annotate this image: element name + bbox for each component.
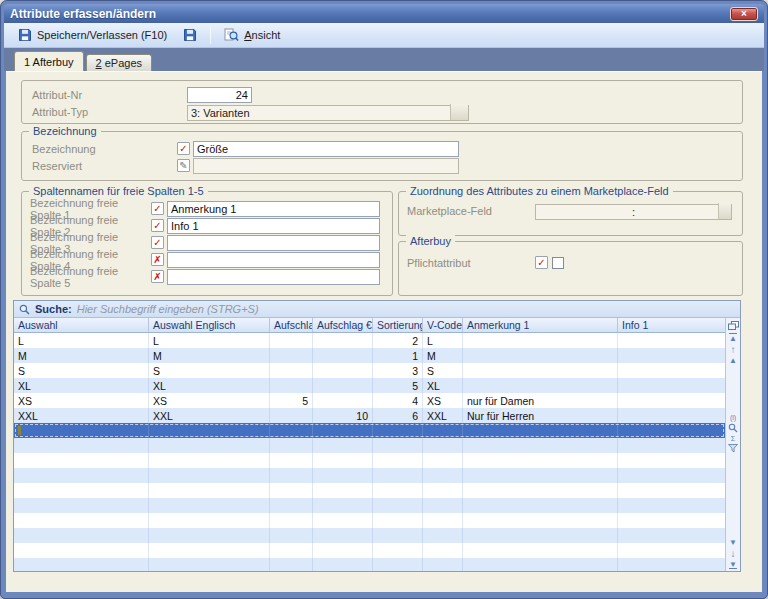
grid-cell[interactable] xyxy=(618,528,725,543)
grid-cell[interactable]: XS xyxy=(423,393,463,408)
grid-cell[interactable]: M xyxy=(149,348,270,363)
grid-cell[interactable] xyxy=(149,513,270,528)
grid-cell[interactable]: XS xyxy=(14,393,149,408)
grid-cell[interactable] xyxy=(463,543,618,558)
grid-cell[interactable] xyxy=(270,468,313,483)
grid-cell[interactable] xyxy=(270,438,313,453)
grid-cell[interactable] xyxy=(618,363,725,378)
grid-cell[interactable] xyxy=(149,423,270,438)
spalte-1-input[interactable] xyxy=(167,201,380,217)
grid-cell[interactable] xyxy=(463,423,618,438)
grid-cell[interactable] xyxy=(373,543,423,558)
last-row-icon[interactable]: ▼ xyxy=(728,559,739,570)
grid-cell[interactable] xyxy=(373,528,423,543)
grid-cell[interactable] xyxy=(14,513,149,528)
grid-cell[interactable] xyxy=(270,498,313,513)
grid-cell[interactable] xyxy=(463,348,618,363)
next-row-icon[interactable]: ▼ xyxy=(728,537,739,548)
grid-cell[interactable] xyxy=(270,513,313,528)
grid-cell[interactable]: L xyxy=(149,333,270,348)
save-exit-button[interactable]: Speichern/Verlassen (F10) xyxy=(12,25,173,45)
grid-cell[interactable]: M xyxy=(423,348,463,363)
grid-row[interactable]: LL2L xyxy=(14,333,725,348)
grid-cell[interactable] xyxy=(270,333,313,348)
grid-cell[interactable] xyxy=(149,483,270,498)
tab-epages[interactable]: 2 ePages xyxy=(86,54,153,71)
reserviert-input[interactable] xyxy=(193,158,459,174)
grid-cell[interactable] xyxy=(618,468,725,483)
grid-cell[interactable] xyxy=(373,468,423,483)
grid-cell[interactable] xyxy=(14,453,149,468)
grid-cell[interactable] xyxy=(373,513,423,528)
grid-cell[interactable] xyxy=(313,348,373,363)
grid-cell[interactable] xyxy=(14,543,149,558)
grid-cell[interactable] xyxy=(618,348,725,363)
grid-row[interactable] xyxy=(14,513,725,528)
grid-cell[interactable] xyxy=(463,558,618,571)
grid-cell[interactable] xyxy=(618,438,725,453)
grid-cell[interactable] xyxy=(463,528,618,543)
grid-column-header[interactable]: Anmerkung 1 xyxy=(463,318,618,332)
pflichtattribut-checkbox[interactable] xyxy=(552,257,564,269)
attribut-nr-input[interactable] xyxy=(187,87,252,103)
grid-cell[interactable]: XL xyxy=(149,378,270,393)
attribut-typ-select[interactable] xyxy=(187,105,469,121)
grid-cell[interactable] xyxy=(313,423,373,438)
grid-row[interactable]: SS3S xyxy=(14,363,725,378)
grid-cell[interactable] xyxy=(313,528,373,543)
grid-row[interactable]: XXLXXL106XXLNur für Herren xyxy=(14,408,725,423)
marketplace-feld-button[interactable] xyxy=(718,203,731,219)
grid-cell[interactable] xyxy=(618,408,725,423)
grid-cell[interactable] xyxy=(463,333,618,348)
grid-row[interactable] xyxy=(14,438,725,453)
title-bar[interactable]: Attribute erfassen/ändern × xyxy=(4,4,764,23)
grid-cell[interactable] xyxy=(423,423,463,438)
grid-row[interactable] xyxy=(14,483,725,498)
grid-cell[interactable] xyxy=(463,363,618,378)
grid-cell[interactable] xyxy=(423,528,463,543)
grid-cell[interactable] xyxy=(618,378,725,393)
grid-cell[interactable]: 2 xyxy=(373,333,423,348)
spalte-5-input[interactable] xyxy=(167,269,380,285)
grid-cell[interactable] xyxy=(373,483,423,498)
grid-cell[interactable]: Nur für Herren xyxy=(463,408,618,423)
tab-afterbuy[interactable]: 1 Afterbuy xyxy=(14,51,84,71)
grid-cell[interactable]: M xyxy=(14,348,149,363)
grid-new-row-selected[interactable] xyxy=(14,423,725,438)
grid-cell[interactable]: S xyxy=(423,363,463,378)
grid-cell[interactable] xyxy=(618,393,725,408)
grid-cell[interactable]: 10 xyxy=(313,408,373,423)
spalte-2-input[interactable] xyxy=(167,218,380,234)
grid-column-header[interactable]: Aufschlag € xyxy=(313,318,373,332)
grid-cell[interactable] xyxy=(149,453,270,468)
grid-column-header[interactable]: V-Code xyxy=(423,318,463,332)
page-down-icon[interactable]: ↓ xyxy=(728,548,739,559)
grid-cell[interactable] xyxy=(313,363,373,378)
close-button[interactable]: × xyxy=(730,7,758,21)
grid-cell[interactable] xyxy=(423,543,463,558)
search-row-icon[interactable] xyxy=(728,423,739,433)
grid-cell[interactable] xyxy=(270,423,313,438)
grid-column-header[interactable]: Aufschlag xyxy=(270,318,313,332)
grid-cell[interactable] xyxy=(14,483,149,498)
grid-cell[interactable] xyxy=(313,498,373,513)
grid-cell[interactable] xyxy=(149,498,270,513)
grid-cell[interactable] xyxy=(373,558,423,571)
grid-cell[interactable]: L xyxy=(14,333,149,348)
grid-cell[interactable] xyxy=(14,438,149,453)
grid-cell[interactable]: XXL xyxy=(423,408,463,423)
grid-cell[interactable] xyxy=(618,498,725,513)
grid-row[interactable] xyxy=(14,558,725,571)
grid-cell[interactable] xyxy=(373,423,423,438)
grid-cell[interactable] xyxy=(313,438,373,453)
grid-cell[interactable] xyxy=(313,393,373,408)
bezeichnung-input[interactable] xyxy=(193,141,459,157)
save-button[interactable] xyxy=(177,25,203,45)
grid-cell[interactable] xyxy=(423,483,463,498)
grid-cell[interactable] xyxy=(149,438,270,453)
spalte-3-input[interactable] xyxy=(167,235,380,251)
grid-cell[interactable] xyxy=(14,558,149,571)
grid-cell[interactable] xyxy=(618,513,725,528)
grid-cell[interactable] xyxy=(14,528,149,543)
grid-cell[interactable]: XS xyxy=(149,393,270,408)
